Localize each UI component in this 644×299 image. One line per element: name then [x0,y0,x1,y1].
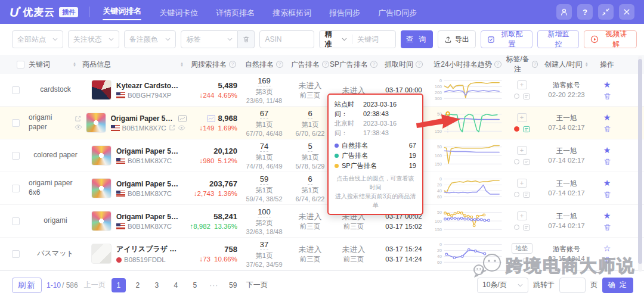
favorite-star-icon[interactable] [603,80,611,89]
natural-rank[interactable]: 67 [260,109,268,119]
trend-sparkline[interactable]: 0204060 [429,241,506,266]
ad-rank[interactable]: 未进入 [299,245,322,254]
sort-icon[interactable]: ▲▼ [585,62,589,67]
delete-icon[interactable] [603,125,611,133]
delete-icon[interactable] [603,191,611,198]
note-color-icon[interactable] [514,225,519,230]
nav-report-sync[interactable]: 报告同步 [329,6,360,18]
query-button[interactable]: 查 询 [401,30,433,48]
product-title[interactable]: Origami Paper 50 ... [116,147,181,155]
info-icon[interactable] [370,61,377,68]
table-row[interactable]: cardstock Kyteazr Cardstock... B0BGH794X… [0,74,644,107]
product-asin[interactable]: B0B1MK8X7C [128,157,172,164]
info-icon[interactable] [322,61,329,68]
eye-icon[interactable] [178,125,185,130]
info-icon[interactable] [276,61,283,68]
nav-searchbox-words[interactable]: 搜索框拓词 [273,6,311,18]
row-checkbox[interactable] [12,217,20,225]
product-title[interactable]: Origami Paper 50 ... [116,180,181,188]
scrollbar-thumb[interactable] [638,59,642,264]
favorite-star-icon[interactable] [603,211,611,220]
product-title[interactable]: Kyteazr Cardstock... [116,82,181,90]
mini-chart-icon[interactable] [178,115,187,122]
mini-chart-icon[interactable] [207,115,215,122]
prev-page-button[interactable]: 上一页 [84,280,106,290]
ad-rank[interactable]: 未进入 [299,81,322,90]
note-icon[interactable] [523,224,530,231]
note-color-icon[interactable] [514,192,519,197]
natural-rank[interactable]: 74 [260,142,268,152]
tag-select[interactable]: 标签 [181,30,238,48]
table-row[interactable]: バスマット アイリスプラザ バスマット 珪藻土... B08519FDDL [0,238,644,270]
page-number-button[interactable]: 5 [188,278,202,292]
trend-sparkline[interactable]: 0100200300 [429,77,506,102]
share-icon[interactable] [75,116,82,122]
note-icon[interactable] [523,158,530,166]
select-all-checkbox[interactable] [17,61,24,68]
ad-rank[interactable]: 未进入 [299,212,322,221]
page-size-select[interactable]: 10条/页 [477,278,528,293]
product-asin[interactable]: B08519FDDL [124,256,166,263]
delete-icon[interactable] [603,256,611,264]
note-icon[interactable] [523,191,530,198]
note-icon[interactable] [523,257,530,264]
delete-icon[interactable] [603,223,611,231]
keyword-input[interactable] [352,35,395,43]
video-guide-button[interactable]: 视频讲解 [584,30,637,48]
favorite-star-icon[interactable] [603,113,611,122]
add-tag-button[interactable] [517,179,527,188]
info-icon[interactable] [416,61,423,68]
scrollbar-track[interactable] [638,56,642,272]
user-icon[interactable] [556,4,572,20]
tag-badge[interactable]: 地垫 [512,243,532,254]
page-number-button[interactable]: 1 [112,278,126,292]
collapse-icon[interactable] [598,4,614,20]
product-asin[interactable]: B0B1MK8X7C [128,190,172,197]
export-button[interactable]: 导出 [438,30,476,48]
nav-detail-page-ranking[interactable]: 详情页排名 [216,6,255,18]
next-page-button[interactable]: 下一页 [246,280,268,290]
sort-icon[interactable]: ▲▼ [73,62,76,67]
note-color-select[interactable]: 备注颜色 [124,30,177,48]
add-monitor-button[interactable]: 新增监控 [537,30,579,48]
product-asin[interactable]: B0B1MK8X7C [128,223,172,230]
add-tag-button[interactable] [517,113,527,122]
confirm-button[interactable]: 确 定 [602,278,633,293]
row-checkbox[interactable] [12,119,20,127]
ad-rank[interactable]: 5 [308,142,312,152]
help-icon[interactable]: ? [577,4,593,20]
natural-rank[interactable]: 169 [258,76,271,86]
favorite-star-icon[interactable] [603,179,611,187]
note-color-icon[interactable] [514,94,519,99]
product-title[interactable]: Origami Paper 50 ... [111,114,175,123]
product-title[interactable]: アイリスプラザ バスマット 珪藻土... [116,244,181,254]
match-type-select[interactable]: 精准 [320,30,352,48]
page-number-button[interactable]: 2 [131,278,145,292]
delete-icon[interactable] [603,158,611,166]
trend-sparkline[interactable]: 50100150 [429,208,506,233]
asin-input[interactable] [259,30,314,48]
page-number-button[interactable]: 59 [226,278,240,292]
row-checkbox[interactable] [12,185,20,192]
add-tag-button[interactable] [517,211,527,220]
natural-rank[interactable]: 37 [260,240,268,250]
table-row[interactable]: origami Origami Paper 50 ... B0B1MK8X7C [0,205,644,238]
site-select[interactable]: 全部站点 [12,30,63,48]
grab-config-button[interactable]: 抓取配置 [481,30,533,48]
nav-keyword-ranking[interactable]: 关键词排名 [103,4,141,20]
ad-rank[interactable]: 6 [308,175,312,185]
external-link-icon[interactable] [169,124,175,131]
follow-status-select[interactable]: 关注状态 [68,30,119,48]
product-asin[interactable]: B0B1MK8X7C [122,124,166,132]
table-row[interactable]: origami paper 6x6 Origami Paper 50 ... B… [0,172,644,205]
add-tag-button[interactable] [517,80,527,89]
trend-sparkline[interactable]: 0204060 [429,176,506,201]
row-checkbox[interactable] [12,250,20,258]
refresh-button[interactable]: 刷新 [12,278,42,293]
row-checkbox[interactable] [12,86,20,94]
page-number-button[interactable]: ··· [207,278,221,292]
ad-rank[interactable]: 6 [308,109,312,119]
trend-sparkline[interactable]: 50100150 [429,143,506,168]
clear-tag-button[interactable] [238,30,255,48]
product-title[interactable]: Origami Paper 50 ... [116,213,181,221]
